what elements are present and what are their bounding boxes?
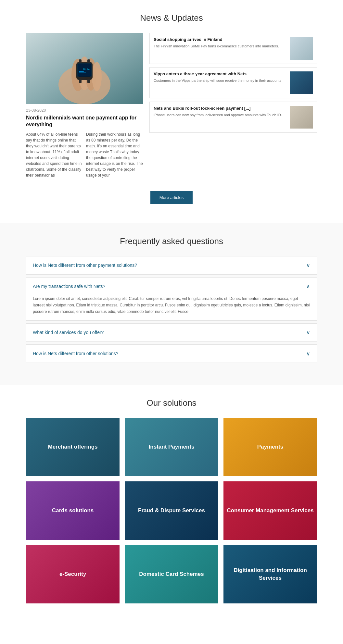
faq-question-text: How is Nets different from other payment… <box>33 263 137 268</box>
solutions-section-title: Our solutions <box>26 398 317 408</box>
faq-container: How is Nets different from other payment… <box>26 256 317 363</box>
faq-chevron-icon: ∨ <box>306 329 310 336</box>
svg-rect-13 <box>79 74 85 74</box>
news-grid: 10:24 23-08-2020 Nordic millennials want… <box>26 33 317 178</box>
solution-tile-label: Merchant offerings <box>44 440 101 454</box>
svg-text:10:24: 10:24 <box>83 68 90 71</box>
news-sidebar-card[interactable]: Nets and Bokis roll-out lock-screen paym… <box>149 102 317 133</box>
news-card-title: Nets and Bokis roll-out lock-screen paym… <box>154 106 286 111</box>
news-card-text: Vipps enters a three-year agreement with… <box>154 71 286 83</box>
news-card-title: Vipps enters a three-year agreement with… <box>154 71 286 77</box>
news-card-image-0 <box>290 37 313 60</box>
solution-tile-6[interactable]: e-Security <box>26 545 120 603</box>
faq-question[interactable]: Are my transactions safe with Nets? ∧ <box>26 278 317 295</box>
solutions-grid: Merchant offeringsInstant PaymentsPaymen… <box>26 418 317 603</box>
news-sidebar-card[interactable]: Vipps enters a three-year agreement with… <box>149 67 317 98</box>
solution-tile-label: Digitisation and Information Services <box>223 563 317 585</box>
news-body-right: During their work hours as long as 80 mi… <box>86 131 143 178</box>
solution-tile-3[interactable]: Cards solutions <box>26 481 120 540</box>
solution-tile-label: Consumer Management Services <box>223 503 317 518</box>
svg-rect-15 <box>87 59 90 63</box>
solution-tile-8[interactable]: Digitisation and Information Services <box>223 545 317 603</box>
news-card-desc: Customers in the Vipps partnership will … <box>154 78 286 83</box>
faq-section: Frequently asked questions How is Nets d… <box>0 223 343 385</box>
news-section: News & Updates <box>0 0 343 223</box>
faq-item: How is Nets different from other payment… <box>26 256 317 275</box>
svg-point-5 <box>92 62 102 91</box>
faq-section-title: Frequently asked questions <box>26 236 317 246</box>
news-card-image-1 <box>290 71 313 94</box>
more-articles-button[interactable]: More articles <box>150 191 193 204</box>
solution-tile-label: Domestic Card Schemes <box>136 567 207 581</box>
news-main-headline: Nordic millennials want one payment app … <box>26 115 143 128</box>
faq-item: Are my transactions safe with Nets? ∧ Lo… <box>26 277 317 321</box>
news-main-date: 23-08-2020 <box>26 108 143 113</box>
news-card-text: Social shopping arrives in Finland The F… <box>154 37 286 49</box>
news-main-body: About 64% of all on-line teens say that … <box>26 131 143 178</box>
news-hero-svg: 10:24 <box>26 33 143 104</box>
faq-question-text: Are my transactions safe with Nets? <box>33 284 105 289</box>
faq-question[interactable]: How is Nets different from other payment… <box>26 256 317 274</box>
news-card-desc: The Finnish innovation SoMe Pay turns e-… <box>154 44 286 49</box>
solution-tile-4[interactable]: Fraud & Dispute Services <box>125 481 218 540</box>
news-main-article: 10:24 23-08-2020 Nordic millennials want… <box>26 33 143 178</box>
faq-chevron-icon: ∧ <box>306 283 310 290</box>
news-card-text: Nets and Bokis roll-out lock-screen paym… <box>154 106 286 118</box>
faq-item: How is Nets different from other solutio… <box>26 344 317 363</box>
solution-tile-0[interactable]: Merchant offerings <box>26 418 120 476</box>
news-card-image-2 <box>290 106 313 129</box>
solution-tile-label: Cards solutions <box>49 503 97 518</box>
svg-rect-12 <box>79 72 86 73</box>
news-sidebar: Social shopping arrives in Finland The F… <box>149 33 317 178</box>
faq-chevron-icon: ∨ <box>306 262 310 268</box>
solution-tile-label: e-Security <box>56 567 89 581</box>
news-section-title: News & Updates <box>26 13 317 23</box>
solution-tile-5[interactable]: Consumer Management Services <box>223 481 317 540</box>
solution-tile-label: Fraud & Dispute Services <box>135 503 208 518</box>
news-card-title: Social shopping arrives in Finland <box>154 37 286 43</box>
faq-question-text: What kind of services do you offer? <box>33 330 104 335</box>
faq-question[interactable]: What kind of services do you offer? ∨ <box>26 324 317 341</box>
svg-rect-14 <box>79 59 82 63</box>
solution-tile-1[interactable]: Instant Payments <box>125 418 218 476</box>
news-sidebar-card[interactable]: Social shopping arrives in Finland The F… <box>149 33 317 64</box>
svg-rect-11 <box>79 71 84 72</box>
solution-tile-label: Instant Payments <box>146 440 198 454</box>
solution-tile-2[interactable]: Payments <box>223 418 317 476</box>
solution-tile-label: Payments <box>254 440 286 454</box>
solutions-section: Our solutions Merchant offeringsInstant … <box>0 385 343 623</box>
faq-question-text: How is Nets different from other solutio… <box>33 351 119 356</box>
news-body-left: About 64% of all on-line teens say that … <box>26 131 83 178</box>
faq-chevron-icon: ∨ <box>306 351 310 357</box>
more-articles-wrap: More articles <box>26 191 317 204</box>
news-card-desc: iPhone users can now pay from lock-scree… <box>154 113 286 118</box>
faq-item: What kind of services do you offer? ∨ <box>26 323 317 342</box>
svg-rect-17 <box>87 79 90 83</box>
svg-rect-16 <box>79 79 82 83</box>
solution-tile-7[interactable]: Domestic Card Schemes <box>125 545 218 603</box>
faq-answer: Lorem ipsum dolor sit amet, consectetur … <box>26 295 317 320</box>
faq-question[interactable]: How is Nets different from other solutio… <box>26 345 317 363</box>
news-main-image: 10:24 <box>26 33 143 104</box>
